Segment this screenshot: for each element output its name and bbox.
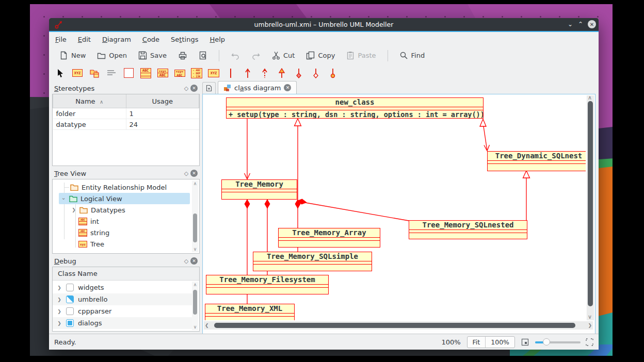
scroll-down-icon[interactable]: ∨ [588, 314, 592, 321]
zoom-100-button[interactable]: 100% [485, 337, 514, 348]
uml-class-tree-dynamic-sqlnest[interactable]: Tree_Dynamic_SQLnest [487, 151, 586, 171]
fit-button[interactable]: Fit [468, 337, 486, 348]
float-dock-icon[interactable]: ◇ [182, 169, 190, 177]
scroll-down-icon[interactable]: ∨ [192, 246, 198, 252]
canvas-vertical-scrollbar[interactable]: ∧ ∨ [587, 95, 594, 320]
cut-button[interactable]: Cut [268, 50, 299, 61]
tree-view-scrollbar[interactable]: ∧ ∨ [192, 180, 198, 252]
menu-help[interactable]: Help [210, 36, 225, 43]
aggregation-tool[interactable] [310, 67, 322, 79]
containment-tool[interactable] [327, 67, 339, 79]
debug-row-widgets[interactable]: ❯ widgets [53, 282, 192, 293]
debug-row-umbrello[interactable]: ❯ umbrello [53, 293, 192, 305]
scroll-down-icon[interactable]: ∨ [192, 324, 198, 330]
menu-code[interactable]: Code [142, 36, 159, 43]
scrollbar-thumb[interactable] [193, 213, 197, 242]
debug-scrollbar[interactable]: ∧ ∨ [192, 282, 198, 330]
new-button[interactable]: New [55, 50, 90, 61]
print-preview-button[interactable] [195, 50, 212, 61]
expander-collapsed-icon[interactable]: ❯ [57, 321, 62, 326]
float-dock-icon[interactable]: ◇ [182, 257, 190, 265]
debug-row-cppparser[interactable]: ❯ cppparser [53, 305, 192, 317]
class-tool[interactable]: ABC [139, 67, 152, 79]
scrollbar-thumb[interactable] [214, 323, 575, 328]
package-tool[interactable] [88, 67, 101, 79]
composition-tool[interactable] [293, 67, 305, 79]
print-button[interactable] [174, 50, 191, 61]
scroll-left-icon[interactable]: ❮ [205, 322, 209, 329]
dependency-tool[interactable] [259, 67, 271, 79]
menu-settings[interactable]: Settings [171, 36, 198, 43]
expander-collapsed-icon[interactable]: ❯ [57, 297, 62, 302]
stereotypes-dock-header[interactable]: Stereotypes ◇ ✕ [51, 83, 201, 94]
expander-collapsed-icon[interactable]: ❯ [57, 285, 62, 290]
redo-button[interactable] [247, 50, 265, 61]
debug-dock-header[interactable]: Debug ◇ ✕ [51, 255, 201, 267]
note-tool[interactable] [105, 67, 118, 79]
debug-row-dialogs[interactable]: ❯ dialogs [53, 317, 192, 329]
entity-tool[interactable]: XYZ [207, 67, 220, 79]
uml-class-tree-memory-sqlnested[interactable]: Tree_Memory_SQLnested [409, 220, 527, 239]
interface-tool[interactable]: =xy=ABC [156, 67, 169, 79]
table-row[interactable]: datatype 24 [53, 119, 199, 130]
checkbox-checked[interactable] [66, 319, 74, 327]
tree-item-entity-relationship-model[interactable]: Entity Relationship Model [64, 182, 188, 193]
uml-class-tree-memory-filesystem[interactable]: Tree_Memory_Filesystem [206, 275, 329, 294]
tab-class-diagram[interactable]: class diagram ✕ [218, 81, 297, 94]
diagram-viewport[interactable]: new_class + setup(type : string, dsn : s… [204, 95, 586, 320]
menu-edit[interactable]: Edit [78, 36, 91, 43]
tree-view-dock-header[interactable]: Tree View ◇ ✕ [51, 168, 201, 179]
close-dock-icon[interactable]: ✕ [190, 170, 198, 177]
tree-item-logical-view[interactable]: ⌄ Logical View [59, 193, 190, 204]
scrollbar-thumb[interactable] [193, 290, 197, 315]
uml-class-new-class[interactable]: new_class + setup(type : string, dsn : s… [226, 97, 484, 119]
diagram-canvas[interactable]: new_class + setup(type : string, dsn : s… [202, 94, 595, 334]
checkbox-unchecked[interactable] [66, 284, 74, 291]
scroll-right-icon[interactable]: ❯ [588, 322, 592, 329]
box-tool[interactable] [122, 67, 135, 79]
canvas-horizontal-scrollbar[interactable]: ❮ ❯ [204, 321, 593, 330]
new-tab-button[interactable] [202, 82, 216, 94]
close-dock-icon[interactable]: ✕ [190, 85, 198, 92]
debug-header-class-name[interactable]: Class Name [53, 267, 199, 281]
scroll-up-icon[interactable]: ∧ [192, 282, 198, 288]
menu-diagram[interactable]: Diagram [102, 36, 131, 43]
enum-tool[interactable]: - ABC- DEF- 13K [190, 67, 203, 79]
line-tool[interactable] [224, 67, 237, 79]
slider-handle[interactable] [543, 338, 550, 345]
close-tab-icon[interactable]: ✕ [284, 84, 291, 91]
generalization-tool[interactable] [276, 67, 288, 79]
checkbox-partial[interactable] [66, 295, 74, 303]
scroll-up-icon[interactable]: ∧ [192, 180, 198, 187]
scrollbar-thumb[interactable] [588, 101, 593, 306]
zoom-slider[interactable] [535, 338, 581, 346]
uml-class-tree-memory-sqlsimple[interactable]: Tree_Memory_SQLsimple [253, 252, 372, 271]
zoom-page-icon[interactable] [521, 338, 529, 346]
scroll-up-icon[interactable]: ∧ [588, 94, 592, 102]
float-dock-icon[interactable]: ◇ [182, 84, 190, 92]
tree-item-tree[interactable]: xyz Tree [78, 238, 188, 250]
open-button[interactable]: Open [93, 50, 131, 61]
close-dock-icon[interactable]: ✕ [190, 257, 198, 265]
minimize-button[interactable]: ⌄ [566, 20, 575, 29]
stereotypes-header-row[interactable]: Name ∧ Usage [53, 94, 199, 108]
expander-expanded-icon[interactable]: ⌄ [61, 194, 66, 201]
uml-class-tree-memory-xml[interactable]: Tree_Memory_XML [205, 304, 295, 320]
tree-item-int[interactable]: ABC int [78, 216, 188, 227]
expander-collapsed-icon[interactable]: ❯ [57, 309, 62, 314]
titlebar[interactable]: umbrello-uml.xmi – Umbrello UML Modeller… [49, 18, 599, 31]
menu-file[interactable]: File [55, 36, 67, 43]
close-button[interactable]: ✕ [588, 20, 596, 28]
tree-item-string[interactable]: ABC string [78, 227, 188, 238]
expander-collapsed-icon[interactable]: ❯ [71, 207, 76, 212]
find-button[interactable]: Find [395, 50, 429, 61]
association-tool[interactable] [242, 67, 254, 79]
fullscreen-icon[interactable] [586, 338, 593, 346]
uml-class-tree-memory-array[interactable]: Tree_Memory_Array [278, 228, 380, 248]
object-tool[interactable]: XYZ [71, 67, 84, 79]
select-tool[interactable] [54, 67, 67, 79]
paste-button[interactable]: Paste [342, 50, 380, 61]
tree-item-datatypes[interactable]: ❯ Datatypes [71, 204, 188, 216]
checkbox-unchecked[interactable] [66, 307, 74, 315]
undo-button[interactable] [227, 50, 244, 61]
